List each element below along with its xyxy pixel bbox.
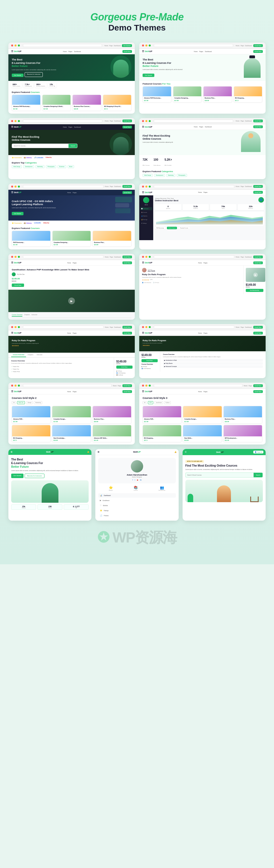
dark-enroll-btn[interactable]: Enroll Now xyxy=(123,126,132,128)
ruby-left-enroll[interactable]: Enroll Now xyxy=(123,332,132,335)
filter-all[interactable]: All xyxy=(12,401,16,404)
nav-enrolled[interactable]: 👥Enrolled User xyxy=(159,486,165,491)
menu-item-ratings[interactable]: ⭐Ratings xyxy=(98,508,176,513)
upsc-course-2[interactable]: Complete Designing...$17.99 xyxy=(52,230,91,247)
enroll-btn-12[interactable]: Enroll Now xyxy=(253,384,263,387)
curriculum-item-1[interactable]: ▶ Introduction to Rails xyxy=(163,359,263,362)
dash-menu-students[interactable]: 👥 Students xyxy=(140,214,152,217)
course-card-3[interactable]: Business Plan Cources...$19.99 xyxy=(72,95,101,111)
dash-course-item-3[interactable]: Practical Course xyxy=(179,227,190,229)
gami-enroll-btn[interactable]: Enroll Now xyxy=(12,283,24,287)
grid3-enroll[interactable]: Enroll Now xyxy=(253,390,263,393)
filter2-python[interactable]: Python xyxy=(164,401,171,404)
cat-4[interactable]: Photography xyxy=(46,165,57,168)
linkedin-icon[interactable]: in xyxy=(140,479,141,481)
filter2-all[interactable]: All xyxy=(143,401,147,404)
grid2-course-4[interactable]: BS Shopping...$17.2 xyxy=(12,425,50,442)
cat-3[interactable]: Marketing xyxy=(35,165,44,168)
ruby-enroll[interactable]: Enroll Now xyxy=(253,261,263,264)
upsc-enroll[interactable]: Enroll Now xyxy=(123,191,132,194)
nav-enroll-btn-2[interactable]: Enroll Now xyxy=(253,50,263,53)
grid3-course-6[interactable]: WP Development...$11.00 xyxy=(224,425,262,442)
ruby-right-enroll-btn[interactable]: Enroll Now xyxy=(141,359,158,362)
twitter-icon[interactable]: t xyxy=(135,479,135,481)
play-btn[interactable]: ▶ xyxy=(68,298,75,304)
enroll-btn-4[interactable]: Enroll Now xyxy=(253,120,263,122)
mobile-search-input[interactable] xyxy=(186,473,254,477)
course-card-1[interactable]: Advance PHP Bootcamp...$17.99 xyxy=(12,95,40,111)
curriculum-item-2[interactable]: ▶ Ruby Basics xyxy=(163,362,263,365)
search-input-3[interactable] xyxy=(12,144,69,148)
dash-menu-courses[interactable]: 📚 Courses xyxy=(140,211,152,214)
menu-item-enrollment[interactable]: ▶Enrollment xyxy=(98,498,176,503)
grid2-course-3[interactable]: Business Plan...$19.99 xyxy=(93,406,131,424)
mobile-search-btn[interactable]: Search xyxy=(253,473,263,477)
tab-chapters[interactable]: Chapters xyxy=(24,314,30,317)
cat-b[interactable]: Development xyxy=(154,174,165,177)
curriculum-item-3[interactable]: ▶ Advanced Concepts xyxy=(163,365,263,368)
course-card-4[interactable]: BS Shopping & Drop-All...$17.2 xyxy=(103,95,132,111)
mobile-signin-btn[interactable]: 👤 Sign In xyxy=(253,451,263,454)
ruby-play[interactable]: ▶ xyxy=(253,273,258,277)
enroll-btn-8[interactable]: Enroll Now xyxy=(253,255,263,258)
filter-design[interactable]: Design xyxy=(26,401,33,404)
course-card-2[interactable]: Complete Designing & Build...$17.99 xyxy=(42,95,71,111)
cat-5[interactable]: Business xyxy=(58,165,66,168)
cat-2[interactable]: Development xyxy=(23,165,34,168)
tab-chapters-2[interactable]: Chapters xyxy=(26,353,35,357)
tab-instructor[interactable]: Instructor xyxy=(32,314,37,317)
upsc-course-3[interactable]: Business Plan...$19.99 xyxy=(93,230,131,247)
get-membership-btn[interactable]: Get Membership xyxy=(246,289,263,292)
dash-enroll[interactable]: Enroll Now xyxy=(253,191,263,194)
enroll-btn-10[interactable]: Enroll Now xyxy=(253,326,263,329)
cat-c[interactable]: Marketing xyxy=(166,174,175,177)
course-card-8[interactable]: BS Shopping...$17.2 xyxy=(234,86,263,102)
cat-1[interactable]: Web Design xyxy=(12,165,22,168)
mobile-become-instructor[interactable]: Become An Instructor xyxy=(25,474,44,478)
enroll-btn-5[interactable]: Enroll Now xyxy=(123,185,132,188)
grid3-course-4[interactable]: BS Shopping...$17.2 xyxy=(143,425,181,442)
upsc-start-btn[interactable]: Get Started xyxy=(12,212,24,215)
grid3-course-5[interactable]: New Skills...$15.00 xyxy=(183,425,222,442)
grid2-enroll[interactable]: Enroll Now xyxy=(123,390,132,393)
filter2-javascript[interactable]: JavaScript xyxy=(154,401,163,404)
course-card-5[interactable]: Advance PHP Bootcamp...$17.99 xyxy=(143,86,171,102)
menu-item-dashboard[interactable]: 📊Dashboard xyxy=(98,493,176,498)
gami-enroll[interactable]: Enroll Now xyxy=(123,261,132,264)
grid3-course-3[interactable]: Business Plan...$19.99 xyxy=(224,406,262,424)
dash-menu-settings[interactable]: ⚙ Settings xyxy=(140,222,152,225)
dash-course-item-2[interactable]: Online Course xyxy=(167,227,177,229)
ruby-right-enroll[interactable]: Enroll Now xyxy=(253,332,263,335)
enroll-btn-2[interactable]: Enroll Now xyxy=(253,44,263,47)
grid3-course-2[interactable]: Complete Design...$17.99 xyxy=(183,406,222,424)
ruby-enroll-now-btn[interactable]: Enroll Now xyxy=(116,366,133,369)
grid2-course-5[interactable]: New Knowledge...$15.00 xyxy=(52,425,91,442)
get-started-btn[interactable]: Get Started xyxy=(12,73,24,77)
grid3-course-1[interactable]: Advance PHP...$17.99 xyxy=(143,406,181,424)
upsc-course-1[interactable]: PHP Bootcamp...$17.99 xyxy=(12,230,50,247)
search-btn-3[interactable]: Search xyxy=(69,144,77,148)
nav-ratings[interactable]: ⭐Ratings xyxy=(109,486,113,491)
course-card-7[interactable]: Business Plan...$19.99 xyxy=(203,86,232,102)
mobile-get-started[interactable]: Get Started xyxy=(11,474,24,478)
instructor-btn[interactable]: Become An Instructor xyxy=(25,72,43,77)
youtube-icon[interactable]: ▶ xyxy=(137,479,138,481)
cat-a[interactable]: Web Design xyxy=(143,174,153,177)
tab-overview[interactable]: Course Overview xyxy=(12,314,22,317)
tab-instructor-2[interactable]: Instructor xyxy=(35,353,44,357)
enroll-btn-6[interactable]: Enroll Now xyxy=(253,185,263,188)
get-started-btn-2[interactable]: Get Started xyxy=(143,73,154,77)
filter-web[interactable]: Web Dev xyxy=(17,401,25,404)
dash-menu-earnings[interactable]: 💰 Earnings xyxy=(140,218,152,221)
nav-enroll-btn-4[interactable]: Enroll Now xyxy=(253,125,263,128)
dash-course-item[interactable]: PHP Bootcamp xyxy=(155,227,165,229)
grid2-course-6[interactable]: Advance WP Skills...$11.00 xyxy=(93,425,131,442)
course-card-6[interactable]: Complete Designing...$17.99 xyxy=(173,86,202,102)
filter2-php[interactable]: PHP xyxy=(148,401,153,404)
cat-6[interactable]: Music xyxy=(68,165,74,168)
menu-item-policies[interactable]: 📄Policies xyxy=(98,514,176,518)
enroll-btn-9[interactable]: Enroll Now xyxy=(123,326,132,329)
tab-course-overview[interactable]: Course Overview xyxy=(11,353,26,357)
cat-d[interactable]: Photography xyxy=(177,174,187,177)
enroll-btn-7[interactable]: Enroll Now xyxy=(123,255,132,258)
